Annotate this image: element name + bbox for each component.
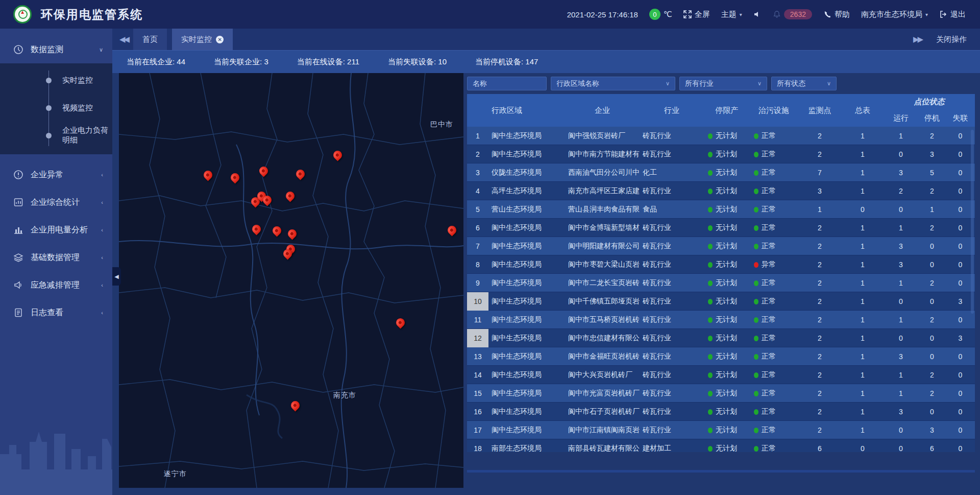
- close-operations-button[interactable]: 关闭操作: [936, 35, 967, 44]
- sidebar-item-video-monitoring[interactable]: 视频监控: [0, 94, 112, 122]
- sidebar-item-data-monitoring[interactable]: 数据监测 ∨: [0, 36, 112, 63]
- cell-stop-count: 0: [918, 242, 946, 250]
- status-dot-icon: [754, 428, 758, 433]
- cell-limit-status: 无计划: [704, 352, 750, 361]
- sidebar-item-power-usage-analysis[interactable]: 企业用电量分析 ‹: [0, 216, 112, 244]
- chevron-left-icon: ‹: [101, 227, 103, 233]
- cell-lost-count: 0: [946, 426, 975, 434]
- app-title: 环保用电监管系统: [41, 7, 143, 22]
- cell-region: 阆中生态环境局: [488, 131, 565, 140]
- cell-monitor-count: 2: [798, 242, 842, 250]
- table-row[interactable]: 8 阆中生态环境局 阆中市枣碧大梁山页岩 砖瓦行业 无计划 异常 2: [467, 255, 975, 274]
- table-row[interactable]: 6 阆中生态环境局 阆中市金博瑞新型墙材 砖瓦行业 无计划 正常 2: [467, 219, 975, 237]
- sidebar-item-enterprise-abnormal[interactable]: 企业异常 ‹: [0, 161, 112, 188]
- org-menu[interactable]: 南充市生态环境局 ▾: [861, 10, 928, 19]
- sidebar-item-realtime-monitoring[interactable]: 实时监控: [0, 66, 112, 94]
- status-dot-icon: [708, 280, 713, 286]
- cell-facility-status: 正常: [750, 444, 798, 452]
- sidebar-item-power-load-detail[interactable]: 企业电力负荷明细: [0, 122, 112, 149]
- cell-company: 阆中市光富页岩机砖厂: [565, 389, 640, 398]
- stats-bar: 当前在线企业: 44 当前失联企业: 3 当前在线设备: 211 当前失联设备:…: [112, 50, 980, 73]
- sound-toggle[interactable]: [753, 10, 762, 18]
- pagination-bar: |◀ ◀◀ | 1 共 3 页 | ▶▶ ▶| 20 ∨ 1 - 20 共 47…: [467, 470, 975, 473]
- cell-stop-count: 3: [918, 426, 946, 434]
- cell-region: 阆中生态环境局: [488, 150, 565, 159]
- col-stop: 停机: [918, 109, 946, 127]
- logout-icon: [939, 10, 947, 18]
- status-filter-select[interactable]: 所有状态 ∨: [771, 77, 837, 90]
- cell-limit-status: 无计划: [704, 260, 750, 269]
- fullscreen-button[interactable]: 全屏: [683, 10, 710, 19]
- stats-window-icon: [13, 197, 23, 207]
- table-row[interactable]: 18 南部生态环境局 南部县砖瓦建材有限公 建材加工 无计划 正常 6: [467, 439, 975, 452]
- sidebar-item-base-data-management[interactable]: 基础数据管理 ‹: [0, 244, 112, 271]
- region-filter-select[interactable]: 行政区域名称 ∨: [551, 77, 675, 90]
- cell-monitor-count: 2: [798, 279, 842, 287]
- cell-lost-count: 0: [946, 389, 975, 397]
- col-meter: 总表: [842, 94, 884, 127]
- table-row[interactable]: 7 阆中生态环境局 阆中明阳建材有限公司 砖瓦行业 无计划 正常 2: [467, 237, 975, 255]
- status-dot-icon: [708, 262, 713, 268]
- cell-monitor-count: 2: [798, 316, 842, 324]
- help-button[interactable]: 帮助: [823, 10, 850, 19]
- cell-region: 阆中生态环境局: [488, 407, 565, 416]
- chevron-left-icon: ‹: [101, 310, 103, 316]
- sidebar-collapse-handle[interactable]: ◀: [112, 267, 121, 286]
- tabs-scroll-left-icon[interactable]: ◀◀: [119, 35, 128, 44]
- cell-stop-count: 2: [918, 132, 946, 140]
- cell-rownum: 18: [467, 439, 488, 452]
- table-row[interactable]: 4 高坪生态环境局 南充市高坪区王家店建 砖瓦行业 无计划 正常 3: [467, 182, 975, 200]
- table-row[interactable]: 14 阆中生态环境局 阆中大兴页岩机砖厂 砖瓦行业 无计划 正常 2: [467, 366, 975, 384]
- status-dot-icon: [708, 225, 713, 231]
- sidebar-item-enterprise-statistics[interactable]: 企业综合统计 ‹: [0, 188, 112, 216]
- cell-meter-count: 1: [842, 371, 884, 379]
- cell-monitor-count: 1: [798, 205, 842, 214]
- cell-facility-status: 正常: [750, 131, 798, 140]
- app-logo-icon: [13, 5, 32, 23]
- sidebar-item-log-view[interactable]: 日志查看 ‹: [0, 299, 112, 326]
- table-row[interactable]: 16 阆中生态环境局 阆中市石子页岩机砖厂 砖瓦行业 无计划 正常 2: [467, 403, 975, 421]
- cell-region: 阆中生态环境局: [488, 242, 565, 251]
- tabs-scroll-right-icon[interactable]: ▶▶: [913, 35, 922, 44]
- chevron-down-icon: ∨: [821, 80, 831, 87]
- table-row[interactable]: 11 阆中生态环境局 阆中市五马桥页岩机砖 砖瓦行业 无计划 正常 2: [467, 311, 975, 329]
- table-row[interactable]: 15 阆中生态环境局 阆中市光富页岩机砖厂 砖瓦行业 无计划 正常 2: [467, 384, 975, 403]
- cell-rownum: 12: [467, 329, 488, 347]
- status-dot-icon: [708, 133, 713, 139]
- table-row[interactable]: 9 阆中生态环境局 阆中市二龙长宝页岩砖 砖瓦行业 无计划 正常 2: [467, 274, 975, 292]
- notifications[interactable]: 2632: [773, 9, 812, 19]
- map-panel[interactable]: 巴中市 南充市 遂宁市: [119, 73, 463, 488]
- table-row[interactable]: 5 营山生态环境局 营山县润丰肉食品有限 食品 无计划 正常 1: [467, 200, 975, 219]
- theme-menu[interactable]: 主题 ▾: [721, 10, 742, 19]
- chevron-down-icon: ▾: [925, 12, 928, 17]
- cell-company: 阆中市南方节能建材有: [565, 150, 640, 159]
- table-row[interactable]: 13 阆中生态环境局 阆中市金福旺页岩机砖 砖瓦行业 无计划 正常 2: [467, 347, 975, 366]
- tab-realtime-monitoring[interactable]: 实时监控 ✕: [172, 29, 233, 50]
- industry-filter-select[interactable]: 所有行业 ∨: [679, 77, 767, 90]
- cell-run-count: 3: [884, 261, 918, 269]
- cell-run-count: 0: [884, 444, 918, 452]
- table-row[interactable]: 17 阆中生态环境局 阆中市江南镇阆南页岩 砖瓦行业 无计划 正常 2: [467, 421, 975, 439]
- table-row[interactable]: 1 阆中生态环境局 阆中强锐页岩砖厂 砖瓦行业 无计划 正常 2: [467, 127, 975, 145]
- table-row[interactable]: 3 仪陇生态环境局 西南油气田分公司川中 化工 无计划 正常 7: [467, 163, 975, 182]
- logout-button[interactable]: 退出: [939, 10, 966, 19]
- table-row[interactable]: 10 阆中生态环境局 阆中千佛镇五郎垭页岩 砖瓦行业 无计划 正常 2: [467, 292, 975, 311]
- table-row[interactable]: 2 阆中生态环境局 阆中市南方节能建材有 砖瓦行业 无计划 正常 2: [467, 145, 975, 163]
- cell-industry: 砖瓦行业: [640, 352, 704, 361]
- table-row[interactable]: 12 阆中生态环境局 阆中市忠信建材有限公 砖瓦行业 无计划 正常 2: [467, 329, 975, 347]
- sidebar-item-emergency-reduction[interactable]: 应急减排管理 ‹: [0, 271, 112, 299]
- chevron-down-icon: ∨: [99, 46, 103, 53]
- status-dot-icon: [708, 317, 713, 323]
- tab-home[interactable]: 首页: [133, 29, 167, 50]
- enterprise-table: 行政区域 企业 行业 停限产 治污设施 监测点 总表 点位状态 运行 停机 失联: [467, 94, 975, 473]
- cell-run-count: 1: [884, 389, 918, 397]
- cell-run-count: 3: [884, 242, 918, 250]
- cell-limit-status: 无计划: [704, 242, 750, 251]
- name-filter-input[interactable]: 名称: [467, 77, 547, 90]
- close-tab-icon[interactable]: ✕: [216, 36, 224, 43]
- status-dot-icon: [708, 409, 713, 415]
- skyline-decoration: [0, 393, 112, 495]
- status-dot-icon: [754, 317, 758, 323]
- cell-stop-count: 0: [918, 261, 946, 269]
- table-scrollbar[interactable]: [971, 130, 974, 314]
